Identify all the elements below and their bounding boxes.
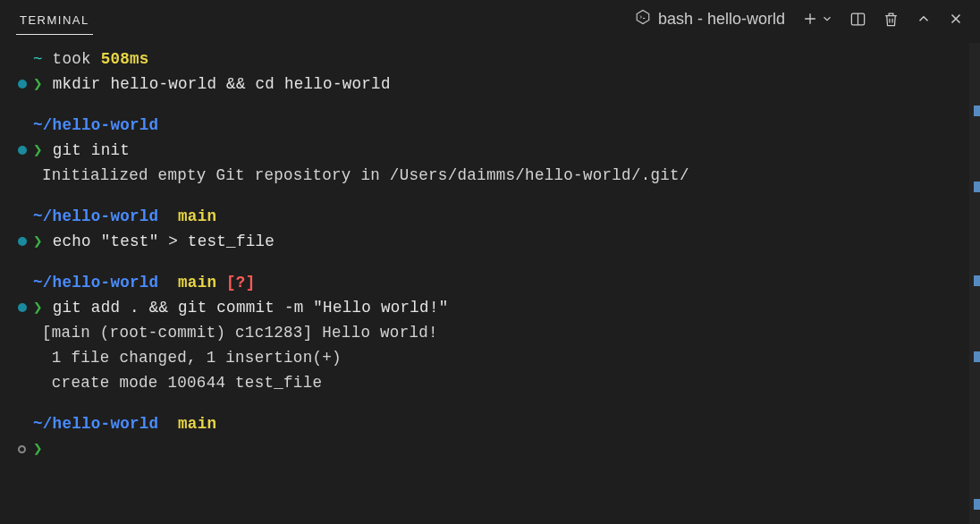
command-line: ❯ echo "test" > test_file — [18, 229, 962, 254]
output-line: 1 file changed, 1 insertion(+) — [18, 345, 962, 370]
git-branch: main — [178, 270, 226, 295]
scrollbar-marker[interactable] — [974, 499, 980, 510]
prompt-line: ~ took 508ms — [18, 46, 962, 72]
terminal-output[interactable]: ~ took 508ms ❯ mkdir hello-world && cd h… — [0, 38, 980, 470]
command-line: ❯ mkdir hello-world && cd hello-world — [18, 72, 962, 97]
prompt-chevron: ❯ — [33, 229, 43, 254]
cwd-path: ~/hello-world — [33, 411, 168, 436]
git-status: [?] — [226, 270, 255, 295]
terminal-header: TERMINAL bash - hello-world — [0, 0, 980, 38]
prompt-line: ~/hello-world main — [18, 411, 962, 436]
status-bullet — [18, 303, 27, 312]
cwd-path: ~/hello-world — [33, 113, 158, 138]
prompt-chevron: ❯ — [33, 138, 43, 163]
prompt-line: ~/hello-world main — [18, 204, 962, 229]
scrollbar-marker[interactable] — [974, 182, 980, 192]
cwd-tilde: ~ — [33, 46, 43, 72]
scrollbar-marker[interactable] — [974, 275, 980, 286]
status-bullet — [18, 237, 27, 246]
close-icon[interactable] — [948, 11, 964, 27]
exec-time: 508ms — [101, 46, 149, 72]
command-line: ❯ — [18, 436, 962, 461]
git-branch-icon — [168, 270, 178, 295]
scrollbar-track[interactable] — [969, 43, 980, 524]
status-bullet-empty — [18, 445, 26, 453]
prompt-chevron: ❯ — [33, 436, 43, 461]
command-text: echo "test" > test_file — [43, 229, 275, 254]
command-text: git init — [43, 138, 130, 163]
git-branch: main — [178, 204, 216, 229]
trash-button[interactable] — [883, 11, 900, 28]
header-actions: bash - hello-world — [635, 9, 964, 30]
cwd-path: ~/hello-world — [33, 270, 168, 295]
scrollbar-marker[interactable] — [974, 106, 980, 116]
prompt-line: ~/hello-world — [18, 113, 962, 138]
took-label: took — [43, 46, 101, 72]
chevron-down-icon[interactable] — [821, 13, 833, 25]
status-bullet — [18, 80, 27, 89]
prompt-chevron: ❯ — [33, 295, 43, 320]
command-line: ❯ git add . && git commit -m "Hello worl… — [18, 295, 962, 320]
git-branch-icon — [168, 411, 178, 436]
output-line: Initialized empty Git repository in /Use… — [18, 163, 962, 188]
git-branch-icon — [168, 204, 178, 229]
shell-name: bash - hello-world — [658, 10, 785, 29]
output-line: [main (root-commit) c1c1283] Hello world… — [18, 320, 962, 345]
prompt-chevron: ❯ — [33, 72, 43, 97]
terminal-tab[interactable]: TERMINAL — [16, 3, 93, 35]
shell-label[interactable]: bash - hello-world — [635, 9, 785, 30]
command-line: ❯ git init — [18, 138, 962, 163]
cwd-path: ~/hello-world — [33, 204, 168, 229]
status-bullet — [18, 146, 27, 155]
command-text: git add . && git commit -m "Hello world!… — [43, 295, 449, 320]
split-terminal-button[interactable] — [849, 11, 866, 28]
prompt-line: ~/hello-world main [?] — [18, 270, 962, 295]
command-text: mkdir hello-world && cd hello-world — [43, 72, 391, 97]
git-branch: main — [178, 411, 216, 436]
shell-icon — [635, 9, 651, 30]
output-line: create mode 100644 test_file — [18, 370, 962, 395]
new-terminal-button[interactable] — [801, 10, 833, 28]
scrollbar-marker[interactable] — [974, 351, 980, 362]
chevron-up-icon[interactable] — [916, 11, 932, 27]
